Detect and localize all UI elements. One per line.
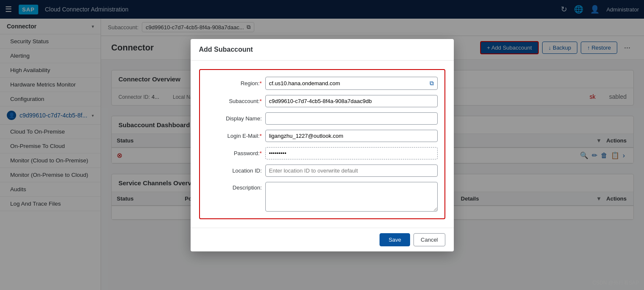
password-input[interactable] — [265, 147, 438, 159]
password-field-row: Password:* — [207, 147, 438, 159]
region-input-wrap: ⧉ — [265, 77, 438, 90]
email-label: Login E-Mail:* — [207, 133, 262, 139]
region-field-row: Region:* ⧉ — [207, 77, 438, 90]
watermark: CSDN @外行看SAP — [592, 279, 639, 287]
modal-footer: Save Cancel — [191, 228, 454, 251]
email-field-row: Login E-Mail:* — [207, 130, 438, 142]
display-name-input[interactable] — [265, 112, 438, 125]
display-name-label: Display Name: — [207, 115, 262, 122]
location-id-input[interactable] — [265, 165, 438, 177]
description-label: Description: — [207, 182, 262, 191]
modal-body: Region:* ⧉ Subaccount:* Display Name: — [191, 61, 454, 228]
password-label: Password:* — [207, 150, 262, 156]
modal-overlay: Add Subaccount Region:* ⧉ Subaccount:* — [0, 0, 644, 290]
modal-form: Region:* ⧉ Subaccount:* Display Name: — [199, 69, 445, 219]
display-name-field-row: Display Name: — [207, 112, 438, 125]
region-label: Region:* — [207, 80, 262, 86]
save-button[interactable]: Save — [380, 233, 410, 246]
region-input[interactable] — [266, 78, 426, 89]
cancel-button[interactable]: Cancel — [413, 233, 445, 246]
email-input[interactable] — [265, 130, 438, 142]
modal-title: Add Subaccount — [191, 39, 454, 61]
region-copy-icon[interactable]: ⧉ — [426, 77, 437, 89]
location-id-field-row: Location ID: — [207, 165, 438, 177]
description-field-row: Description: — [207, 182, 438, 212]
subaccount-input[interactable] — [265, 95, 438, 107]
subaccount-form-label: Subaccount:* — [207, 98, 262, 104]
add-subaccount-modal: Add Subaccount Region:* ⧉ Subaccount:* — [191, 39, 454, 251]
subaccount-field-row: Subaccount:* — [207, 95, 438, 107]
location-id-label: Location ID: — [207, 167, 262, 174]
description-textarea[interactable] — [265, 182, 438, 212]
